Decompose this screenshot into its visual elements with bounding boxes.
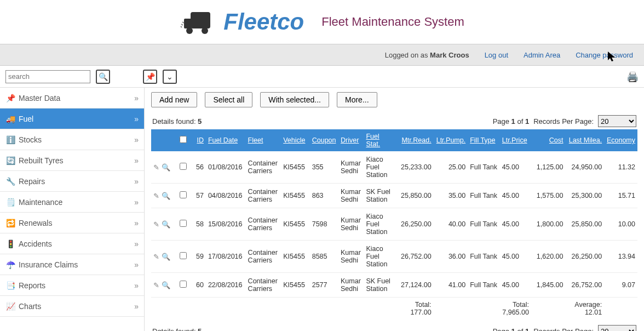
search-input[interactable] xyxy=(5,70,90,83)
sidebar-item-accidents[interactable]: 🚦Accidents» xyxy=(0,233,144,254)
admin-area-link[interactable]: Admin Area xyxy=(524,51,560,59)
sidebar-item-charts[interactable]: 📈Charts» xyxy=(0,296,144,317)
add-new-button[interactable]: Add new xyxy=(151,92,197,107)
more-button[interactable]: More... xyxy=(337,92,377,107)
footer-cost-total: Total:7,965.00 xyxy=(500,298,531,320)
cell-vehicle: KI5455 xyxy=(281,241,309,273)
sidebar-item-reports[interactable]: 📑Reports» xyxy=(0,275,144,296)
table-row: ✎🔍5815/08/2016Container CarriersKI545575… xyxy=(151,208,637,241)
row-checkbox[interactable] xyxy=(180,252,187,259)
col-driver[interactable]: Driver xyxy=(338,129,364,151)
edit-icon[interactable]: ✎ xyxy=(153,163,159,172)
chevron-right-icon: » xyxy=(134,177,139,186)
cell-fill: Full Tank xyxy=(468,241,500,273)
col-mtr-read[interactable]: Mtr.Read. xyxy=(395,129,434,151)
sidebar-label: Master Data xyxy=(19,94,60,102)
sidebar-icon: 📈 xyxy=(5,302,15,311)
row-checkbox[interactable] xyxy=(180,281,187,288)
cell-cost: 1,575.00 xyxy=(531,184,566,208)
edit-icon[interactable]: ✎ xyxy=(153,220,159,229)
cell-price: 45.00 xyxy=(500,241,531,273)
sidebar-item-stocks[interactable]: ℹ️Stocks» xyxy=(0,129,144,150)
cell-vehicle: KI5455 xyxy=(281,151,309,184)
chevron-right-icon: » xyxy=(134,260,139,269)
select-all-button[interactable]: Select all xyxy=(205,92,252,107)
footer-ltr-total: Total:177.00 xyxy=(395,298,434,320)
row-checkbox[interactable] xyxy=(180,220,187,227)
logged-prefix: Logged on as xyxy=(385,51,430,59)
page-info: Page 1 of 1 xyxy=(493,117,530,125)
main-panel: Add new Select all With selected... More… xyxy=(145,88,644,331)
sidebar-item-renewals[interactable]: 🔁Renewals» xyxy=(0,213,144,233)
cell-last: 25,850.00 xyxy=(566,208,605,241)
sidebar-item-insurance-claims[interactable]: ☂️Insurance Claims» xyxy=(0,254,144,275)
records-per-page-select-bottom[interactable]: 20 xyxy=(598,325,636,331)
sidebar-item-maintenance[interactable]: 🗒️Maintenance» xyxy=(0,192,144,213)
sidebar-item-repairs[interactable]: 🔧Repairs» xyxy=(0,171,144,192)
with-selected-button[interactable]: With selected... xyxy=(260,92,329,107)
cell-date: 22/08/2016 xyxy=(206,273,246,298)
cell-vehicle: KI5455 xyxy=(281,208,309,241)
cell-mtr: 26,250.00 xyxy=(395,208,434,241)
search-button[interactable]: 🔍 xyxy=(96,70,110,84)
row-checkbox[interactable] xyxy=(180,191,187,198)
records-per-page-select[interactable]: 20 xyxy=(598,115,636,127)
change-password-link[interactable]: Change password xyxy=(576,51,633,59)
svg-point-3 xyxy=(202,27,208,34)
col-fill-type[interactable]: Fill Type xyxy=(468,129,500,151)
cell-fill: Full Tank xyxy=(468,273,500,298)
chevron-right-icon: » xyxy=(134,198,139,207)
cell-coupon: 8585 xyxy=(310,241,338,273)
cell-price: 45.00 xyxy=(500,184,531,208)
edit-icon[interactable]: ✎ xyxy=(153,253,159,261)
sidebar-icon: 📌 xyxy=(5,94,15,102)
cell-econ: 11.32 xyxy=(604,151,637,184)
cell-vehicle: KI5455 xyxy=(281,184,309,208)
header-checkbox[interactable] xyxy=(180,136,187,143)
sidebar-item-fuel[interactable]: 🚚Fuel» xyxy=(0,109,144,129)
view-icon[interactable]: 🔍 xyxy=(162,220,170,229)
sidebar-label: Charts xyxy=(19,302,41,311)
sidebar-label: Accidents xyxy=(19,239,52,248)
col-vehicle[interactable]: Vehicle xyxy=(281,129,309,151)
cell-driver: Kumar Sedhi xyxy=(338,184,364,208)
fuel-table: ID Fuel Date Fleet Vehicle Coupon Driver… xyxy=(151,129,637,319)
col-coupon[interactable]: Coupon xyxy=(310,129,338,151)
cell-id: 56 xyxy=(189,151,206,184)
summary-bar-top: Details found: 5 Page 1 of 1 Records Per… xyxy=(151,113,637,129)
cell-id: 58 xyxy=(189,208,206,241)
view-icon[interactable]: 🔍 xyxy=(162,253,170,261)
col-fuel-stat[interactable]: Fuel Stat. xyxy=(364,129,395,151)
cell-station: SK Fuel Station xyxy=(364,184,395,208)
edit-icon[interactable]: ✎ xyxy=(153,192,159,200)
view-icon[interactable]: 🔍 xyxy=(162,192,170,200)
cell-ltr: 35.00 xyxy=(434,184,468,208)
brand-name: Fleetco xyxy=(223,9,304,35)
col-fleet[interactable]: Fleet xyxy=(246,129,281,151)
view-icon[interactable]: 🔍 xyxy=(162,163,170,172)
view-icon[interactable]: 🔍 xyxy=(162,281,170,289)
header: Fleetco Fleet Maintenance System xyxy=(0,0,644,44)
pin-button[interactable]: 📌 xyxy=(143,70,157,84)
col-cost[interactable]: Cost xyxy=(531,129,566,151)
col-last-milea[interactable]: Last Milea. xyxy=(566,129,605,151)
sidebar-icon: 🗒️ xyxy=(5,198,15,207)
row-checkbox[interactable] xyxy=(180,163,187,170)
table-row: ✎🔍5601/08/2016Container CarriersKI545535… xyxy=(151,151,637,184)
col-fuel-date[interactable]: Fuel Date xyxy=(206,129,246,151)
tagline: Fleet Maintenance System xyxy=(321,15,464,29)
sidebar-item-rebuilt-tyres[interactable]: 🔄Rebuilt Tyres» xyxy=(0,150,144,171)
col-ltr-price[interactable]: Ltr.Price xyxy=(500,129,531,151)
edit-icon[interactable]: ✎ xyxy=(153,281,159,289)
col-id[interactable]: ID xyxy=(189,129,206,151)
cell-fill: Full Tank xyxy=(468,151,500,184)
expand-button[interactable]: ⌄ xyxy=(163,70,177,84)
logout-link[interactable]: Log out xyxy=(485,51,508,59)
print-button[interactable]: 🖨️ xyxy=(626,71,639,83)
sidebar-label: Reports xyxy=(19,281,45,290)
sidebar-icon: 🚦 xyxy=(5,239,15,248)
sidebar-item-master-data[interactable]: 📌Master Data» xyxy=(0,88,144,109)
col-economy[interactable]: Economy xyxy=(604,129,637,151)
col-ltr-pump[interactable]: Ltr.Pump. xyxy=(434,129,468,151)
cell-fleet: Container Carriers xyxy=(246,273,281,298)
